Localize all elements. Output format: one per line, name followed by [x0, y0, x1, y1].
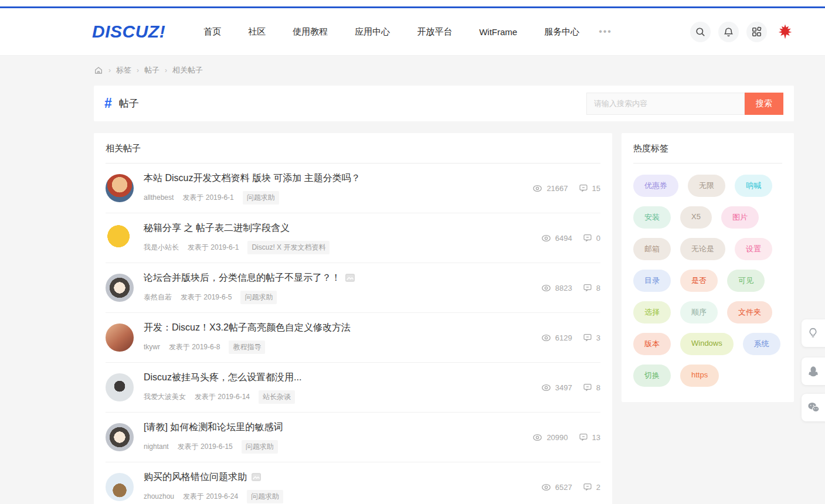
post-title-text[interactable]: 购买的风格错位问题求助 [144, 471, 247, 483]
post-author[interactable]: zhouzhou [144, 492, 174, 500]
hot-tag-pill[interactable]: Windows [680, 333, 734, 355]
nav-item[interactable]: 使用教程 [279, 26, 341, 38]
nav-item[interactable]: WitFrame [466, 27, 531, 37]
post-avatar[interactable] [106, 323, 134, 352]
notifications-bell-icon[interactable] [718, 22, 739, 42]
nav-item[interactable]: 首页 [190, 26, 235, 38]
post-author[interactable]: tkywr [144, 343, 160, 351]
post-row: 秘籍分享 之 帖子表二进制字段含义 我是小站长 发表于 2019-6-1 Dis… [106, 213, 600, 263]
post-title[interactable]: 购买的风格错位问题求助 [144, 471, 534, 483]
post-row: 开发：Discuz！X3.2帖子高亮颜色自定义修改方法 tkywr 发表于 20… [106, 313, 600, 363]
search-icon[interactable] [690, 22, 711, 42]
post-author[interactable]: 泰然自若 [144, 292, 172, 302]
hot-tag-pill[interactable]: 设置 [735, 238, 772, 260]
post-title-text[interactable]: 开发：Discuz！X3.2帖子高亮颜色自定义修改方法 [144, 322, 351, 334]
search-button[interactable]: 搜索 [745, 93, 783, 115]
views-count: 20990 [546, 433, 568, 442]
post-title-text[interactable]: Discuz被挂马头疼，怎么设置都没用... [144, 372, 301, 384]
post-date: 发表于 2019-6-24 [183, 492, 238, 502]
hot-tag-pill[interactable]: 系统 [743, 333, 780, 355]
views-eye-icon [541, 233, 551, 243]
image-attachment-icon [345, 274, 355, 282]
hot-tag-pill[interactable]: 切换 [633, 365, 671, 387]
hot-tag-pill[interactable]: https [680, 365, 719, 387]
post-category-tag[interactable]: 问题求助 [247, 490, 283, 503]
breadcrumb-separator: › [108, 66, 111, 74]
views-eye-icon [541, 383, 551, 393]
post-title[interactable]: [请教] 如何检测和论坛里的敏感词 [144, 421, 525, 434]
qq-penguin-icon [807, 365, 820, 378]
views-count: 3497 [555, 383, 572, 392]
hot-tag-pill[interactable]: 呐喊 [735, 175, 772, 197]
hot-tag-pill[interactable]: 是否 [680, 270, 718, 292]
hot-tag-pill[interactable]: 邮箱 [633, 238, 671, 260]
post-title[interactable]: 秘籍分享 之 帖子表二进制字段含义 [144, 222, 534, 234]
feedback-lightbulb-button[interactable] [802, 319, 825, 347]
post-title[interactable]: 本站 Discuz开发文档资料 版块 可添加 主题分类吗？ [144, 172, 525, 185]
post-title[interactable]: Discuz被挂马头疼，怎么设置都没用... [144, 372, 534, 384]
nav-item[interactable]: 社区 [235, 26, 279, 38]
breadcrumb-separator: › [137, 66, 139, 74]
hot-tag-pill[interactable]: 无限 [688, 175, 725, 197]
hot-tag-pill[interactable]: 文件夹 [727, 301, 772, 323]
breadcrumb-item[interactable]: 帖子 [144, 65, 159, 76]
post-avatar[interactable] [106, 373, 134, 401]
post-title[interactable]: 论坛合并版块后，分类信息的帖子不显示了？！ [144, 272, 534, 284]
post-date: 发表于 2019-6-14 [195, 392, 250, 402]
post-avatar[interactable] [106, 224, 134, 252]
post-row: 论坛合并版块后，分类信息的帖子不显示了？！ 泰然自若 发表于 2019-6-5 … [106, 263, 600, 313]
post-category-tag[interactable]: 站长杂谈 [259, 390, 295, 404]
post-author[interactable]: allthebest [144, 193, 174, 202]
hot-tag-pill[interactable]: 优惠券 [633, 175, 678, 197]
hot-tag-pill[interactable]: 可见 [727, 270, 765, 292]
post-avatar[interactable] [106, 423, 134, 451]
post-title-text[interactable]: 本站 Discuz开发文档资料 版块 可添加 主题分类吗？ [144, 172, 361, 185]
comments-bubble-icon [583, 283, 592, 292]
hot-tag-pill[interactable]: 版本 [633, 333, 671, 355]
apps-grid-icon[interactable] [746, 22, 767, 42]
hot-tag-pill[interactable]: X5 [680, 206, 712, 229]
post-category-tag[interactable]: 问题求助 [243, 191, 279, 205]
nav-item[interactable]: 服务中心 [531, 26, 593, 38]
post-title-text[interactable]: [请教] 如何检测和论坛里的敏感词 [144, 421, 283, 434]
comments-count: 0 [596, 234, 600, 243]
post-title[interactable]: 开发：Discuz！X3.2帖子高亮颜色自定义修改方法 [144, 322, 534, 334]
hot-tag-pill[interactable]: 图片 [721, 206, 759, 229]
nav-item[interactable]: 应用中心 [341, 26, 403, 38]
nav-more-icon[interactable]: ••• [593, 26, 618, 37]
post-author[interactable]: 我爱大波美女 [144, 392, 186, 402]
post-avatar[interactable] [106, 473, 134, 501]
hot-tag-pill[interactable]: 选择 [633, 301, 671, 323]
breadcrumb-item[interactable]: 标签 [116, 65, 131, 76]
hot-tags-title: 热度标签 [633, 133, 782, 164]
post-author[interactable]: 我是小站长 [144, 243, 179, 253]
comments-bubble-icon [583, 333, 592, 342]
post-category-tag[interactable]: 问题求助 [240, 291, 277, 304]
post-category-tag[interactable]: 教程指导 [229, 340, 265, 354]
views-count: 6494 [555, 234, 572, 243]
qq-contact-button[interactable] [802, 357, 825, 385]
post-author[interactable]: nightant [144, 442, 169, 451]
hot-tag-pill[interactable]: 无论是 [680, 238, 725, 260]
wechat-icon [807, 401, 820, 414]
post-title-text[interactable]: 秘籍分享 之 帖子表二进制字段含义 [144, 222, 290, 234]
home-icon[interactable] [94, 66, 103, 75]
hot-tag-pill[interactable]: 目录 [633, 270, 671, 292]
search-input[interactable] [586, 93, 745, 115]
hot-tag-pill[interactable]: 顺序 [680, 301, 718, 323]
discuz-logo[interactable]: DISCUZ! [92, 22, 165, 42]
post-title-text[interactable]: 论坛合并版块后，分类信息的帖子不显示了？！ [144, 272, 341, 284]
post-avatar[interactable] [106, 174, 134, 202]
wechat-contact-button[interactable] [802, 394, 825, 421]
hot-tag-pill[interactable]: 安装 [633, 206, 671, 229]
user-avatar-maple-leaf[interactable] [775, 21, 796, 42]
breadcrumb-item[interactable]: 相关帖子 [172, 65, 203, 76]
post-avatar[interactable] [106, 274, 134, 302]
post-date: 发表于 2019-6-5 [181, 292, 232, 302]
comments-bubble-icon [579, 183, 588, 193]
post-category-tag[interactable]: 问题求助 [242, 440, 278, 454]
post-row: 购买的风格错位问题求助 zhouzhou 发表于 2019-6-24 问题求助 [106, 462, 600, 504]
comments-bubble-icon [583, 383, 592, 392]
nav-item[interactable]: 开放平台 [403, 26, 466, 38]
post-category-tag[interactable]: Discuz! X 开发文档资料 [247, 241, 330, 254]
